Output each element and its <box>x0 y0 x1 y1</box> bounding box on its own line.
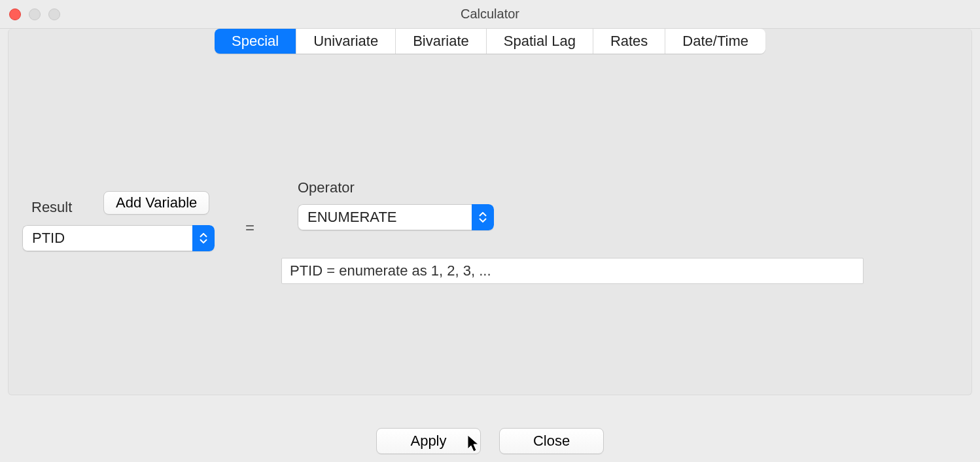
tab-bivariate[interactable]: Bivariate <box>396 29 487 54</box>
tab-special[interactable]: Special <box>215 29 296 54</box>
dialog-footer: Apply Close <box>0 428 980 454</box>
tab-spatial-lag[interactable]: Spatial Lag <box>487 29 593 54</box>
tab-univariate[interactable]: Univariate <box>296 29 396 54</box>
titlebar: Calculator <box>0 0 980 29</box>
result-select[interactable]: PTID <box>22 225 215 251</box>
result-select-value: PTID <box>22 225 192 251</box>
equals-label: = <box>245 219 254 237</box>
close-button[interactable]: Close <box>499 428 604 454</box>
dropdown-arrows-icon <box>192 225 215 251</box>
window-title: Calculator <box>0 7 980 22</box>
minimize-window-button[interactable] <box>29 9 41 20</box>
operator-select-value: ENUMERATE <box>298 204 472 230</box>
close-window-button[interactable] <box>9 9 21 20</box>
tab-rates[interactable]: Rates <box>593 29 665 54</box>
tab-date-time[interactable]: Date/Time <box>665 29 765 54</box>
zoom-window-button[interactable] <box>48 9 60 20</box>
operator-label: Operator <box>298 179 355 196</box>
dropdown-arrows-icon <box>472 204 494 230</box>
tab-bar: Special Univariate Bivariate Spatial Lag… <box>215 29 765 54</box>
add-variable-button[interactable]: Add Variable <box>103 191 209 215</box>
apply-button[interactable]: Apply <box>376 428 481 454</box>
window-controls <box>9 9 60 20</box>
expression-preview: PTID = enumerate as 1, 2, 3, ... <box>281 258 864 284</box>
result-label: Result <box>31 199 72 216</box>
operator-select[interactable]: ENUMERATE <box>298 204 494 230</box>
